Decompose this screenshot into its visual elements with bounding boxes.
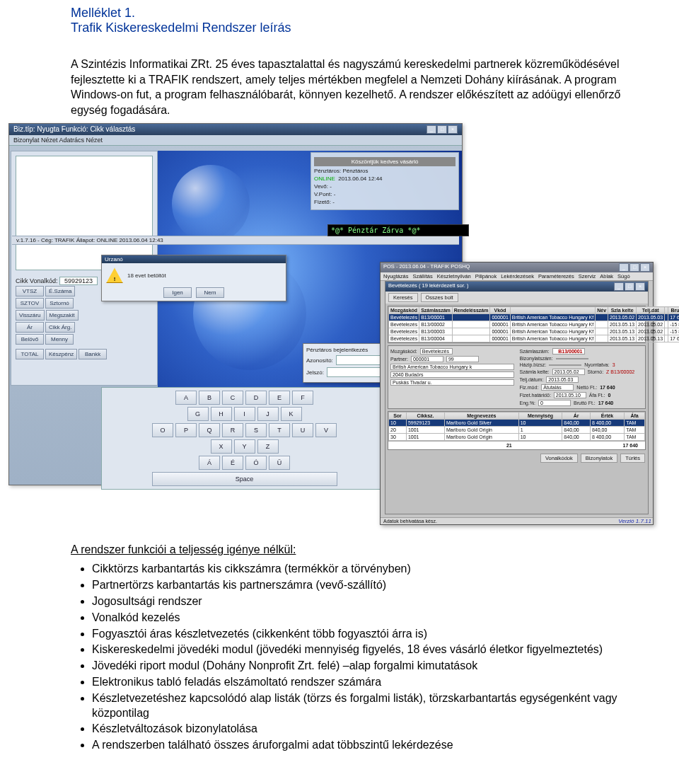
lines-grid[interactable]: SorCikksz.MegnevezésMennyiségÁrÉrtékÁfa1… xyxy=(388,411,646,450)
key-e[interactable]: E xyxy=(269,391,290,405)
col-header[interactable]: Név xyxy=(596,307,608,314)
btnrow-3: VisszáruMegszakit xyxy=(16,310,153,321)
col-header[interactable]: Ár xyxy=(562,413,591,420)
col-header[interactable]: Mozgáskód xyxy=(389,307,419,314)
menu-item[interactable]: Ablak xyxy=(600,273,613,279)
szk-val[interactable]: 2013.05.02 xyxy=(552,369,585,375)
receipt-listbox[interactable] xyxy=(16,156,153,270)
bo-window-controls[interactable]: _□× xyxy=(619,263,650,272)
warn-no-button[interactable]: Nem xyxy=(196,287,224,298)
table-row[interactable]: 201001Marlboro Gold Origin1840,00840,00T… xyxy=(389,427,645,434)
telj-val[interactable]: 2013.05.03 xyxy=(546,376,579,383)
menu-item[interactable]: Szállítás xyxy=(412,273,432,279)
col-header[interactable]: Cikksz. xyxy=(406,413,444,420)
pos-button[interactable]: Bankk xyxy=(79,349,107,359)
menu-item[interactable]: Pilipánok xyxy=(475,273,497,279)
pos-button[interactable]: Ár xyxy=(16,322,44,333)
key-c[interactable]: C xyxy=(222,391,243,405)
menu-item[interactable]: Szerviz xyxy=(579,273,596,279)
key-j[interactable]: J xyxy=(257,407,279,421)
hat-val[interactable]: 2013.05.10 xyxy=(554,392,586,398)
pos-button[interactable]: Megszakit xyxy=(46,310,79,321)
col-header[interactable]: Rendelésszám xyxy=(452,307,490,314)
key-v[interactable]: V xyxy=(315,423,337,437)
barcode-value[interactable]: 59929123 xyxy=(59,277,98,285)
pos-button[interactable]: É.Száma xyxy=(45,286,75,296)
pos-view-tabs[interactable]: Bizonylat Nézet Adatrács Nézet xyxy=(9,135,462,146)
col-header[interactable]: Érték xyxy=(590,413,624,420)
partner-name: British American Tobacco Hungary k xyxy=(390,364,514,370)
window-controls[interactable]: _□× xyxy=(426,125,458,134)
key-b[interactable]: B xyxy=(199,391,220,405)
menu-item[interactable]: Készletnyilván xyxy=(437,273,471,279)
key-t[interactable]: T xyxy=(269,423,290,437)
key-á[interactable]: Á xyxy=(199,456,220,470)
bizszam-val[interactable] xyxy=(556,358,588,359)
partner-sub[interactable]: 99 xyxy=(446,356,479,362)
key-r[interactable]: R xyxy=(222,423,243,437)
eng-val[interactable]: 0 xyxy=(538,400,571,406)
menu-item[interactable]: Súgó xyxy=(617,273,630,279)
col-header[interactable]: Megnevezés xyxy=(445,413,519,420)
key-s[interactable]: S xyxy=(245,423,267,437)
menu-item[interactable]: Lekérdezések xyxy=(501,273,534,279)
toolbar-button[interactable]: Bizonylatok xyxy=(581,454,617,463)
key-é[interactable]: É xyxy=(222,456,243,470)
pos-button[interactable]: SZTOV xyxy=(16,298,44,309)
menu-item[interactable]: Paraméterezés xyxy=(538,273,574,279)
toolbar-button[interactable]: Keresés xyxy=(388,293,418,302)
inner-window-controls[interactable]: _□× xyxy=(614,282,645,291)
partner-val[interactable]: 000001 xyxy=(411,356,443,362)
key-i[interactable]: I xyxy=(234,407,255,421)
key-ü[interactable]: Ü xyxy=(269,456,290,470)
key-f[interactable]: F xyxy=(292,391,313,405)
col-header[interactable]: Számlaszám xyxy=(419,307,453,314)
col-header[interactable]: Telj.dát xyxy=(637,307,665,314)
key-x[interactable]: X xyxy=(211,439,232,454)
col-header[interactable]: Szla kelte xyxy=(608,307,637,314)
col-header[interactable]: Bruttó xyxy=(668,307,679,314)
key-g[interactable]: G xyxy=(187,407,209,421)
col-header[interactable]: Sor xyxy=(389,413,407,420)
key-h[interactable]: H xyxy=(211,407,232,421)
pos-button[interactable]: VTSZ xyxy=(16,286,44,296)
table-row[interactable]: 301001Marlboro Gold Origin10840,008 400,… xyxy=(389,434,645,441)
toolbar-button[interactable]: Vonalkódok xyxy=(540,454,578,463)
col-header[interactable]: Mennyiség xyxy=(518,413,562,420)
table-row[interactable]: BevételezésB13/00004000001British Americ… xyxy=(389,335,680,342)
receipts-grid[interactable]: MozgáskódSzámlaszámRendelésszámVkódNévSz… xyxy=(388,306,646,343)
menu-item[interactable]: Nyugtázás xyxy=(383,273,408,279)
pos-button[interactable]: TOTAL xyxy=(16,349,44,359)
key-q[interactable]: Q xyxy=(199,423,220,437)
szaml-val: B13/00001 xyxy=(552,348,585,354)
table-row[interactable]: BevételezésB13/00003000001British Americ… xyxy=(389,328,680,335)
key-a[interactable]: A xyxy=(175,391,197,405)
table-row[interactable]: BevételezésB13/00002000001British Americ… xyxy=(389,321,680,328)
pos-button[interactable]: Cikk Árg. xyxy=(45,322,75,333)
table-row[interactable]: BevételezésB13/00001000001British Americ… xyxy=(389,314,680,321)
key-p[interactable]: P xyxy=(175,423,197,437)
pos-button[interactable]: Készpénz xyxy=(45,349,77,359)
key-space[interactable]: Space xyxy=(152,472,337,486)
pos-button[interactable]: Sztornó xyxy=(45,298,74,309)
key-k[interactable]: K xyxy=(281,407,302,421)
toolbar-button[interactable]: Összes bolt xyxy=(421,293,458,302)
bo-menubar: NyugtázásSzállításKészletnyilvánPilipáno… xyxy=(381,272,653,281)
fiz-val[interactable]: Átutalás xyxy=(541,384,574,391)
pos-button[interactable]: Visszáru xyxy=(16,310,45,321)
key-o[interactable]: O xyxy=(152,423,173,437)
key-d[interactable]: D xyxy=(245,391,267,405)
warn-yes-button[interactable]: Igen xyxy=(163,287,192,298)
col-header[interactable]: Áfa xyxy=(625,413,645,420)
col-header[interactable]: Vkód xyxy=(490,307,510,314)
hbiz-val[interactable] xyxy=(549,364,581,366)
key-z[interactable]: Z xyxy=(257,439,279,454)
pos-button[interactable]: Menny xyxy=(45,334,74,345)
table-row[interactable]: 1059929123Marlboro Gold Silver10840,008 … xyxy=(389,420,645,427)
toolbar-button[interactable]: Túrlés xyxy=(620,454,645,463)
col-header[interactable] xyxy=(510,307,595,314)
key-u[interactable]: U xyxy=(292,423,313,437)
key-ó[interactable]: Ó xyxy=(245,456,267,470)
pos-button[interactable]: Belövő xyxy=(16,334,44,345)
key-y[interactable]: Y xyxy=(234,439,255,454)
